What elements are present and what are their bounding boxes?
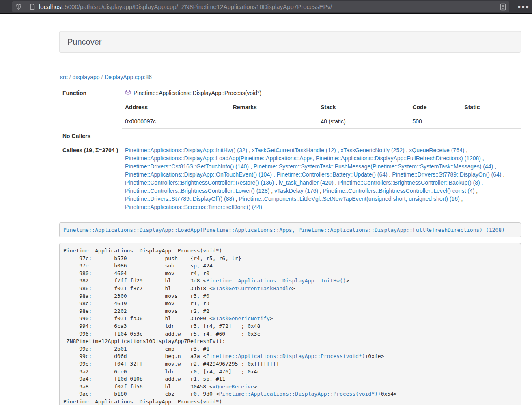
breadcrumb: src/displayapp/DisplayApp.cpp:86 (60, 74, 521, 80)
code-symbol-link[interactable]: xTaskGenericNotify (213, 315, 270, 321)
code-symbol-link[interactable]: xTaskGetCurrentTaskHandle (213, 285, 292, 291)
stats-row-wrapper: Address Remarks Stack Code Static 0x0000… (59, 100, 521, 129)
page-container: Puncover src/displayapp/DisplayApp.cpp:8… (59, 14, 521, 405)
callee-separator: , (474, 187, 478, 194)
breadcrumb-separator: / (101, 74, 103, 80)
stats-static-value (461, 114, 521, 129)
callee-separator: , (318, 187, 323, 194)
callees-list: Pinetime::Applications::DisplayApp::Init… (122, 143, 521, 214)
callee-separator: , (269, 187, 274, 194)
menu-ellipsis-icon[interactable]: ●●● (517, 0, 532, 14)
callee-separator: , (272, 171, 277, 178)
browser-toolbar: localhost:5000/path/src/displayapp/Displ… (0, 0, 532, 14)
breadcrumb-link-file[interactable]: DisplayApp.cpp (104, 74, 144, 80)
callees-row: Callees (19, Σ=3704 ) Pinetime::Applicat… (59, 143, 521, 214)
urlbar-divider (26, 3, 26, 10)
stats-value-row: 0x0000097c 40 (static) 500 (122, 114, 521, 129)
stats-header-static: Static (461, 100, 521, 114)
url-host: localhost (39, 3, 63, 10)
no-callers-row: No Callers (59, 129, 521, 143)
page-title: Puncover (67, 37, 513, 47)
url-path: :5000/path/src/displayapp/DisplayApp.cpp… (63, 3, 332, 10)
callees-label: Callees (19, Σ=3704 ) (59, 143, 122, 214)
function-table: Function Pinetime::Applications::Display… (59, 86, 521, 214)
code-symbol-link[interactable]: Pinetime::Applications::DisplayApp::Init… (206, 278, 346, 284)
callee-separator: , (247, 147, 252, 153)
callee-separator: , (336, 147, 341, 153)
breadcrumb-separator: / (69, 74, 71, 80)
url-text[interactable]: localhost:5000/path/src/displayapp/Displ… (39, 3, 332, 10)
selected-callee-link[interactable]: Pinetime::Applications::DisplayApp::Load… (63, 227, 505, 233)
callee-separator: , (464, 147, 467, 153)
callee-separator: , (460, 196, 463, 202)
code-symbol-link[interactable]: Pinetime::Applications::DisplayApp::Proc… (206, 353, 365, 359)
callee-link[interactable]: Pinetime::Components::LittleVgl::SetNewT… (239, 196, 460, 202)
callee-separator: , (334, 179, 338, 186)
page-icon[interactable] (30, 4, 35, 10)
callee-separator: , (249, 163, 254, 170)
callee-link[interactable]: Pinetime::Controllers::Battery::Update()… (277, 171, 388, 178)
callee-link[interactable]: xTaskGetCurrentTaskHandle (12) (252, 147, 336, 153)
callee-link[interactable]: Pinetime::Controllers::BrightnessControl… (125, 179, 274, 186)
function-label: Function (59, 86, 122, 100)
stats-code-value: 500 (409, 114, 461, 129)
callee-link[interactable]: Pinetime::Drivers::St7789::DisplayOff() … (125, 196, 234, 202)
shield-icon[interactable] (15, 4, 22, 10)
toolbar-divider (513, 3, 513, 11)
callee-separator: , (405, 147, 409, 153)
url-bar[interactable]: localhost:5000/path/src/displayapp/Displ… (12, 1, 509, 12)
cube-icon (125, 89, 131, 97)
callee-link[interactable]: xQueueReceive (764) (409, 147, 464, 153)
breadcrumb-link-displayapp[interactable]: displayapp (73, 74, 100, 80)
header-divider (59, 65, 521, 65)
stats-header-row: Address Remarks Stack Code Static (122, 100, 521, 114)
function-row: Function Pinetime::Applications::Display… (59, 86, 521, 100)
callee-link[interactable]: Pinetime::Controllers::BrightnessControl… (338, 179, 480, 186)
callee-separator: , (502, 171, 505, 178)
callee-separator: , (481, 155, 484, 162)
callee-link[interactable]: Pinetime::Drivers::Cst816S::GetTouchInfo… (125, 163, 249, 170)
assembly-code: Pinetime::Applications::DisplayApp::Proc… (59, 243, 521, 405)
callee-separator: , (234, 196, 239, 202)
function-name: Pinetime::Applications::DisplayApp::Proc… (134, 89, 261, 97)
stats-address-value: 0x0000097c (122, 114, 230, 129)
stats-header-stack: Stack (317, 100, 409, 114)
callee-link[interactable]: Pinetime::Applications::DisplayApp::Init… (125, 147, 247, 153)
callee-separator: , (388, 171, 392, 178)
app-header-panel: Puncover (59, 31, 521, 53)
callee-link[interactable]: Pinetime::Applications::DisplayApp::Load… (125, 155, 481, 162)
reader-view-icon[interactable] (500, 3, 506, 11)
no-callers-label: No Callers (59, 129, 122, 143)
stats-table: Address Remarks Stack Code Static 0x0000… (122, 100, 521, 129)
stats-stack-value: 40 (static) (317, 114, 409, 129)
callee-link[interactable]: Pinetime::Drivers::St7789::DisplayOn() (… (392, 171, 501, 178)
breadcrumb-line-number: :86 (144, 74, 152, 80)
selected-callee-panel: Pinetime::Applications::DisplayApp::Load… (59, 222, 521, 237)
callee-separator: , (480, 179, 483, 186)
callee-link[interactable]: lv_task_handler (420) (279, 179, 334, 186)
stats-header-code: Code (409, 100, 461, 114)
code-symbol-link[interactable]: xQueueReceive (213, 383, 254, 390)
callee-link[interactable]: Pinetime::Controllers::BrightnessControl… (323, 187, 474, 194)
callee-separator: , (274, 179, 279, 186)
stats-header-address: Address (122, 100, 230, 114)
stats-remarks-value (230, 114, 317, 129)
callee-link[interactable]: xTaskGenericNotify (252) (340, 147, 404, 153)
callee-link[interactable]: Pinetime::System::SystemTask::PushMessag… (254, 163, 493, 170)
callee-link[interactable]: vTaskDelay (176) (274, 187, 318, 194)
stats-header-remarks: Remarks (230, 100, 317, 114)
callee-link[interactable]: Pinetime::Applications::DisplayApp::OnTo… (125, 171, 272, 178)
callee-link[interactable]: Pinetime::Controllers::BrightnessControl… (125, 187, 269, 194)
code-symbol-link[interactable]: Pinetime::Applications::DisplayApp::Proc… (219, 391, 378, 397)
callee-link[interactable]: Pinetime::Applications::Screens::Timer::… (125, 204, 262, 210)
callee-separator: , (493, 163, 496, 170)
breadcrumb-link-src[interactable]: src (60, 74, 68, 80)
